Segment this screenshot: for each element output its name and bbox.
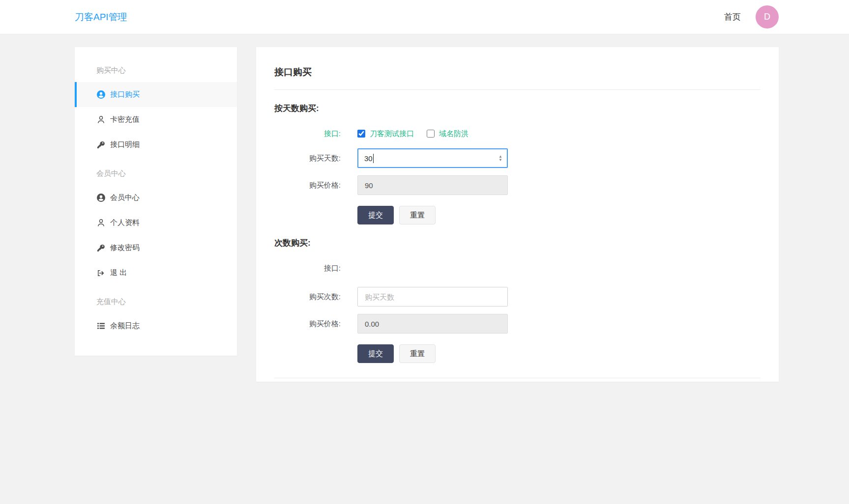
api-option-label: 域名防洪 xyxy=(439,129,468,139)
user-circle-icon xyxy=(96,194,105,202)
count-reset-button[interactable]: 重置 xyxy=(399,344,436,363)
sidebar-item-logout[interactable]: 退 出 xyxy=(75,260,237,285)
user-icon xyxy=(96,115,105,124)
sidebar-item-label: 卡密充值 xyxy=(110,115,140,124)
page-title: 接口购买 xyxy=(274,47,761,89)
user-icon xyxy=(96,219,105,227)
sidebar-item-card-recharge[interactable]: 卡密充值 xyxy=(75,107,237,132)
day-reset-button[interactable]: 重置 xyxy=(399,206,436,224)
count-row: 购买次数: xyxy=(274,287,761,307)
day-section-heading: 按天数购买: xyxy=(274,103,761,114)
key-icon xyxy=(96,140,105,149)
brand-title[interactable]: 刀客API管理 xyxy=(75,11,127,24)
api-option-label: 刀客测试接口 xyxy=(370,129,414,139)
sidebar: 购买中心 接口购买 卡密充值 接口明细 会员中心 会员中心 xyxy=(75,47,237,356)
sidebar-item-label: 接口购买 xyxy=(110,90,140,99)
day-price-row: 购买价格: xyxy=(274,175,761,195)
day-price-input xyxy=(357,175,508,195)
api-purchase-card: 接口购买 按天数购买: 接口: 刀客测试接口 域名防洪 购买天数: 30 ▲▼ … xyxy=(256,47,779,382)
count-label: 购买次数: xyxy=(274,292,357,302)
day-buttons-row: 提交 重置 xyxy=(357,206,761,224)
sidebar-item-change-password[interactable]: 修改密码 xyxy=(75,235,237,260)
sidebar-section-purchase: 购买中心 xyxy=(75,54,237,82)
count-buttons-row: 提交 重置 xyxy=(357,344,761,363)
key-icon xyxy=(96,244,105,252)
sidebar-item-api-purchase[interactable]: 接口购买 xyxy=(75,82,237,107)
sidebar-item-balance-log[interactable]: 余额日志 xyxy=(75,313,237,338)
sidebar-item-label: 接口明细 xyxy=(110,140,140,149)
sidebar-section-recharge: 充值中心 xyxy=(75,285,237,313)
bottom-divider xyxy=(274,378,761,378)
sidebar-item-profile[interactable]: 个人资料 xyxy=(75,210,237,235)
title-divider xyxy=(274,89,761,90)
user-avatar[interactable]: D xyxy=(756,5,779,28)
avatar-initial: D xyxy=(764,12,770,22)
sidebar-item-member-center[interactable]: 会员中心 xyxy=(75,185,237,210)
number-spinner-icon[interactable]: ▲▼ xyxy=(498,149,502,167)
count-api-label: 接口: xyxy=(274,264,357,273)
sidebar-item-api-detail[interactable]: 接口明细 xyxy=(75,132,237,157)
day-submit-button[interactable]: 提交 xyxy=(357,206,394,224)
sidebar-item-label: 修改密码 xyxy=(110,243,140,252)
api-option-test-checkbox[interactable] xyxy=(357,130,365,138)
text-caret xyxy=(373,154,374,163)
price-label: 购买价格: xyxy=(274,319,357,329)
sidebar-section-member: 会员中心 xyxy=(75,157,237,185)
sidebar-item-label: 个人资料 xyxy=(110,218,140,227)
api-option-test[interactable]: 刀客测试接口 xyxy=(357,129,414,139)
price-label: 购买价格: xyxy=(274,181,357,190)
days-input[interactable]: 30 ▲▼ xyxy=(357,148,508,168)
sidebar-item-label: 会员中心 xyxy=(110,193,140,202)
days-row: 购买天数: 30 ▲▼ xyxy=(274,148,761,168)
sidebar-item-label: 余额日志 xyxy=(110,321,140,331)
list-icon xyxy=(96,322,105,331)
days-input-value: 30 xyxy=(364,154,373,163)
count-section-heading: 次数购买: xyxy=(274,237,761,249)
user-circle-icon xyxy=(96,90,105,99)
api-label: 接口: xyxy=(274,129,357,139)
count-price-row: 购买价格: xyxy=(274,314,761,334)
sign-out-icon xyxy=(96,269,105,278)
count-api-row: 接口: xyxy=(274,260,761,276)
days-label: 购买天数: xyxy=(274,154,357,163)
count-submit-button[interactable]: 提交 xyxy=(357,344,394,363)
api-select-row: 接口: 刀客测试接口 域名防洪 xyxy=(274,126,761,141)
api-option-flood-checkbox[interactable] xyxy=(427,130,435,138)
sidebar-item-label: 退 出 xyxy=(110,268,127,278)
count-price-input xyxy=(357,314,508,334)
top-navbar: 刀客API管理 首页 D xyxy=(0,0,849,34)
count-input[interactable] xyxy=(357,287,508,307)
nav-home-link[interactable]: 首页 xyxy=(724,11,741,23)
api-option-flood[interactable]: 域名防洪 xyxy=(427,129,468,139)
